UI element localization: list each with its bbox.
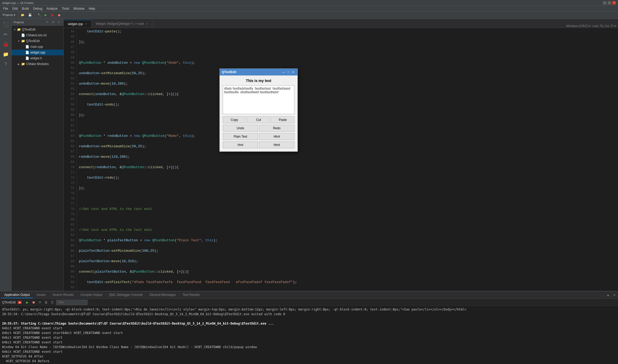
dialog-minimize-btn[interactable]: — [281, 70, 286, 74]
main-layout: ⬛ ✏ 🐞 📁 ? Projects ⟳ ☰ ✕ ▼ 📁 QTe [0, 19, 618, 364]
output-content[interactable]: QTextEdit: px; margin-right:0px; -qt-blo… [0, 306, 618, 364]
maximize-button[interactable]: □ [608, 1, 611, 5]
minimize-button[interactable]: — [603, 1, 607, 5]
toolbar-save-btn[interactable]: 💾 [27, 12, 33, 18]
activity-edit[interactable]: ✏ [1, 30, 10, 39]
activity-help[interactable]: ? [1, 60, 10, 69]
tree-item-label: CMakeLists.txt [26, 33, 62, 37]
tree-item-label: QTextEdit [22, 28, 62, 31]
tab-general-messages[interactable]: General Messages [146, 292, 179, 298]
panel-title: Projects [14, 21, 24, 24]
toolbar-stop-btn[interactable]: ⏹ [56, 12, 62, 18]
file-icon: 📄 [21, 33, 25, 37]
tree-item-cmake-modules[interactable]: ▶ 📁 CMake Modules [11, 61, 63, 67]
panel-filter-btn[interactable]: ☰ [50, 20, 56, 25]
menu-file[interactable]: File [1, 6, 10, 11]
menu-window[interactable]: Window [71, 6, 87, 11]
dialog-cut-btn[interactable]: Cut [247, 116, 270, 123]
panel-sync-btn[interactable]: ⟳ [45, 20, 50, 25]
code-content[interactable]: textEdit→paste(); }); QPushButton * undo… [77, 28, 618, 291]
tab-close-icon[interactable]: ✕ [85, 22, 87, 25]
output-line: HCBT_SETFOCUS 64 Before [2, 359, 616, 363]
bottom-panel: Application Output Issues Search Results… [0, 291, 618, 364]
bottom-tab-bar: Application Output Issues Search Results… [0, 291, 618, 299]
menu-tools[interactable]: Tools [60, 6, 71, 11]
title-bar: widget.cpp — Qt Creator — □ ✕ [0, 0, 618, 6]
tree-item-widget-cpp[interactable]: 📄 widget.cpp [11, 50, 63, 55]
dialog-maximize-btn[interactable]: □ [286, 70, 291, 74]
run-btn[interactable]: ▶ [25, 300, 30, 305]
tree-item-main-cpp[interactable]: 📄 main.cpp [11, 44, 63, 50]
filter-input[interactable] [56, 300, 88, 305]
toolbar-sep-2 [34, 13, 35, 17]
dialog-copy-btn[interactable]: Copy [223, 116, 246, 123]
app-title: widget.cpp — Qt Creator [2, 1, 603, 4]
dialog-redo-btn[interactable]: Redo [259, 125, 294, 132]
menu-edit[interactable]: Edit [10, 6, 20, 11]
toolbar-debug-btn[interactable]: 🐞 [49, 12, 56, 18]
dialog-btn-row-4: Hml Html [223, 142, 294, 148]
dialog-undo-btn[interactable]: Undo [223, 125, 258, 132]
tab-issues[interactable]: Issues [33, 292, 49, 298]
close-button[interactable]: ✕ [612, 1, 616, 5]
dialog-title: QTextEdit [222, 70, 281, 74]
code-line: textEdit→paste(); [79, 29, 616, 34]
menu-debug[interactable]: Debug [31, 6, 44, 11]
tab-function-sig[interactable]: Widget::Widget(QWidget *) -> void ✕ [91, 20, 152, 28]
editor-area: widget.cpp ✕ Widget::Widget(QWidget *) -… [64, 19, 618, 291]
tab-qml-debugger[interactable]: QML Debugger Console [106, 292, 146, 298]
dialog-html-btn[interactable]: Html [259, 133, 294, 140]
dialog-textarea[interactable]: dfads fasdfadsfasdfa fasdfasfasd fasdfas… [223, 85, 294, 114]
dialog-plaintext-btn[interactable]: Plain Text [223, 133, 258, 140]
menu-bar: File Edit Build Debug Analyze Tools Wind… [0, 6, 618, 11]
dialog-btn-row-2: Undo Redo [223, 125, 294, 132]
tab-search-results[interactable]: Search Results [49, 292, 77, 298]
tab-test-results[interactable]: Test Results [179, 292, 203, 298]
rerun-btn[interactable]: ⟳ [37, 300, 43, 305]
activity-welcome[interactable]: ⬛ [1, 20, 10, 29]
tab-compile-output[interactable]: Compile Output [77, 292, 105, 298]
code-line: QPushButton * redoButton = new QPushButt… [79, 133, 616, 139]
tree-item-qtextedit-folder[interactable]: ▼ 📁 QTextEdit [11, 38, 63, 44]
output-name-label: QTextEdit [2, 301, 16, 304]
activity-projects[interactable]: 📁 [1, 50, 10, 59]
filter-toggle[interactable]: ☰ [50, 300, 55, 305]
dialog-hml-btn[interactable]: Hml [223, 142, 258, 148]
tree-item-label: CMake Modules [26, 62, 62, 66]
output-line: 20:55:34: C:\Users\Thiago Souto\Document… [2, 312, 616, 316]
toolbar-run-btn[interactable]: ▶ [43, 12, 48, 18]
tab-application-output[interactable]: Application Output [1, 292, 33, 298]
tree-item-qtextedit-root[interactable]: ▼ 📁 QTextEdit [11, 27, 63, 32]
tree-item-label: widget.cpp [30, 51, 62, 54]
menu-analyze[interactable]: Analyze [44, 6, 60, 11]
toolbar-build-btn[interactable]: 🔨 [36, 12, 43, 18]
toolbar-open-btn[interactable]: 📂 [19, 12, 26, 18]
line-numbers: 44 45 46 47 48 49 50 51 52 53 54 55 56 5… [64, 28, 77, 291]
menu-build[interactable]: Build [20, 6, 31, 11]
clear-btn[interactable]: 🗑 [44, 300, 49, 305]
tab-bar-right: Windows (CRLF) ▾ Line: 79, Col: 27 ▾ [566, 24, 618, 28]
tree-item-widget-h[interactable]: 📄 widget.h [11, 55, 63, 61]
code-editor[interactable]: 44 45 46 47 48 49 50 51 52 53 54 55 56 5… [64, 28, 618, 291]
panel-close-btn[interactable]: ✕ [56, 20, 61, 25]
code-line: }); [79, 186, 616, 191]
tree-item-cmakelists[interactable]: 📄 CMakeLists.txt [11, 32, 63, 38]
output-line: 64bit HCBT_CREATEWND event start [2, 335, 616, 340]
panel-close[interactable]: ✕ [612, 292, 617, 298]
output-line: Window 64 bit Class Name - [Qt5QWindowIc… [2, 345, 616, 349]
tab-close-icon[interactable]: ✕ [146, 22, 148, 25]
menu-help[interactable]: Help [87, 6, 97, 11]
tab-widget-cpp[interactable]: widget.cpp ✕ [64, 20, 91, 28]
code-line: textEdit→undo(); [79, 102, 616, 107]
stop-btn[interactable]: ⏹ [31, 300, 36, 305]
code-line: }); [79, 113, 616, 118]
dialog-paste-btn[interactable]: Paste [271, 116, 294, 123]
activity-debug[interactable]: 🐞 [1, 40, 10, 49]
projects-dropdown[interactable]: Projects ▾ [1, 12, 17, 18]
dialog-close-btn[interactable]: ✕ [291, 70, 295, 74]
editor-crlf-info: Windows (CRLF) ▾ [566, 24, 591, 28]
dialog-html2-btn[interactable]: Html [259, 142, 294, 148]
panel-scroll-top[interactable]: ▲ [605, 292, 611, 298]
code-line: redoButton→setMinimumSize(50,25); [79, 144, 616, 149]
tab-label: Widget::Widget(QWidget *) -> void [96, 22, 144, 26]
